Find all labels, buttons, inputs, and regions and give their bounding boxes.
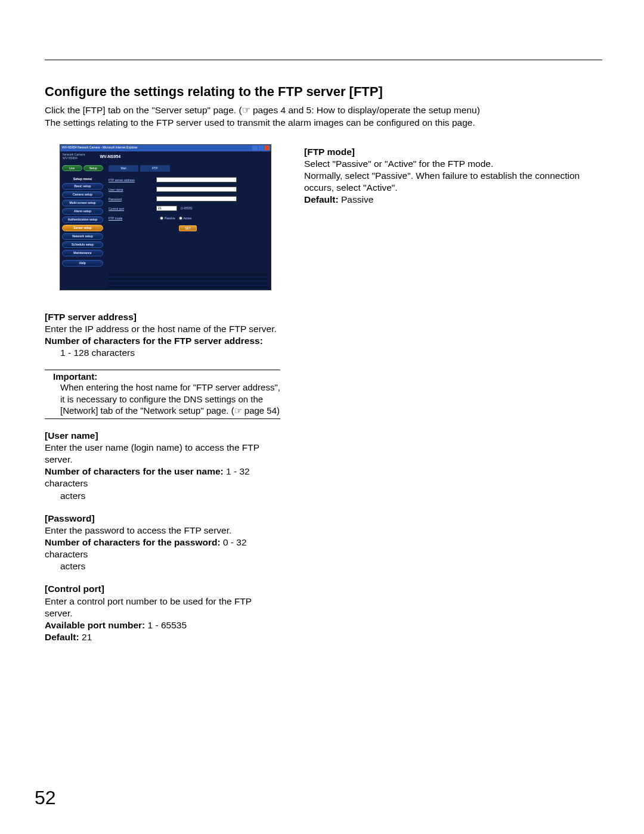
tab-ftp[interactable]: FTP [140,165,170,172]
live-button[interactable]: Live [62,165,82,171]
tab-mail[interactable]: Mail [109,165,138,172]
sidebar-item-multiscreen-setup[interactable]: Multi-screen setup [62,200,103,206]
label-user-name: User name [109,188,156,191]
control-port-default-value: 21 [79,632,92,642]
window-title: WV-NS954 Network Camera - Microsoft Inte… [62,145,138,149]
ftp-address-chars-label: Number of characters for the FTP server … [45,336,263,346]
input-control-port[interactable]: 21 [156,206,177,211]
sidebar-item-alarm-setup[interactable]: Alarm setup [62,208,103,215]
control-port-avail-label: Available port number: [45,620,145,630]
sidebar-item-help[interactable]: Help [62,260,103,266]
radio-passive[interactable] [160,216,163,220]
ftp-mode-body2: Normally, select "Passive". When failure… [304,170,602,194]
sidebar-item-maintenance[interactable]: Maintenance [62,250,103,256]
brand-model: WV-NS954 [85,154,121,159]
control-port-heading: [Control port] [45,583,280,595]
page-number: 52 [35,787,56,809]
label-ftp-mode: FTP mode [109,216,156,220]
setup-button[interactable]: Setup [83,165,104,171]
ftp-mode-default-value: Passive [339,194,374,204]
control-port-avail-value: 1 - 65535 [145,620,187,630]
ftp-address-body: Enter the IP address or the host name of… [45,323,280,335]
maximize-icon[interactable] [258,145,264,150]
ftp-address-heading: [FTP server address] [45,311,280,323]
close-icon[interactable] [264,145,270,150]
sidebar-item-basic-setup[interactable]: Basic setup [62,183,103,190]
input-user-name[interactable] [156,187,237,192]
password-chars-label: Number of characters for the password: [45,537,221,547]
minimize-icon[interactable] [252,145,258,150]
user-name-body: Enter the user name (login name) to acce… [45,442,280,466]
important-body: When entering the host name for "FTP ser… [45,382,280,417]
sidebar-item-authentication-setup[interactable]: Authentication setup [62,216,103,223]
user-name-chars-continuation: acters [45,490,280,502]
sidebar-item-network-setup[interactable]: Network setup [62,233,103,240]
label-control-port: Control port [109,207,156,210]
user-name-chars-label: Number of characters for the user name: [45,466,224,476]
ftp-address-chars-value: 1 - 128 characters [45,347,280,359]
radio-active[interactable] [179,216,182,220]
password-heading: [Password] [45,513,280,525]
ftp-mode-default-label: Default: [304,194,339,204]
label-password: Password [109,197,156,201]
intro-text: Click the [FTP] tab on the "Server setup… [45,104,602,129]
radio-label-active: Active [184,216,192,220]
setup-menu-label: Setup menu [62,177,103,181]
input-password[interactable] [156,196,237,201]
sidebar-item-server-setup[interactable]: Server setup [62,225,103,231]
ftp-mode-body1: Select "Passive" or "Active" for the FTP… [304,158,602,170]
note-control-port-range: (1-65535) [181,207,193,210]
sidebar-item-schedule-setup[interactable]: Schedule setup [62,241,103,248]
page-heading: Configure the settings relating to the F… [45,84,602,100]
radio-label-passive: Passive [165,216,175,220]
control-port-body: Enter a control port number to be used f… [45,596,280,619]
important-heading: Important: [45,371,280,382]
ftp-mode-heading: [FTP mode] [304,146,602,158]
config-screenshot: WV-NS954 Network Camera - Microsoft Inte… [60,144,271,290]
control-port-default-label: Default: [45,632,79,642]
set-button[interactable]: SET [179,225,197,231]
brand-small: Network CameraWV-NS954 [60,153,85,160]
input-ftp-server-address[interactable] [156,177,237,182]
password-chars-continuation: acters [45,560,280,572]
password-body: Enter the password to access the FTP ser… [45,525,280,537]
label-ftp-server-address: FTP server address [109,178,156,182]
user-name-heading: [User name] [45,430,280,442]
sidebar-item-camera-setup[interactable]: Camera setup [62,191,103,198]
